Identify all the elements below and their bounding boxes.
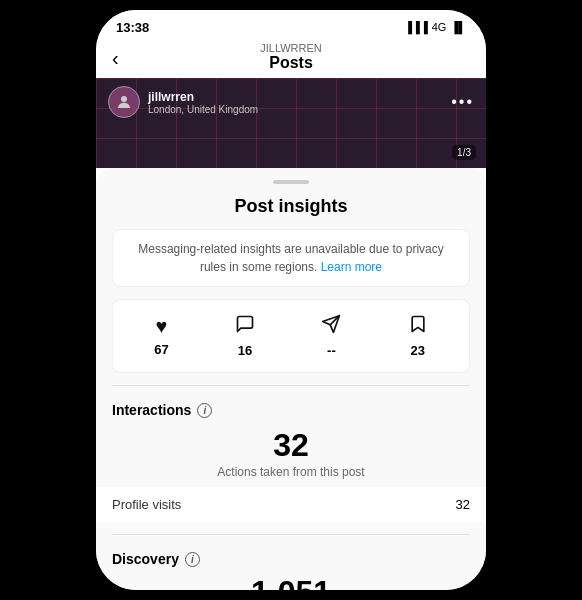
stat-comments: 16 (235, 314, 255, 358)
stats-row: ♥ 67 16 -- (112, 299, 470, 373)
privacy-text: Messaging-related insights are unavailab… (138, 242, 444, 274)
privacy-notice: Messaging-related insights are unavailab… (112, 229, 470, 287)
nav-header: ‹ JILLWRREN Posts (96, 38, 486, 78)
comments-value: 16 (238, 343, 252, 358)
profile-visits-label: Profile visits (112, 497, 181, 512)
interactions-sublabel: Actions taken from this post (112, 465, 470, 479)
saves-icon (408, 314, 428, 339)
sep-1 (112, 385, 470, 386)
post-username: jillwrren (148, 90, 258, 104)
sep-2 (112, 534, 470, 535)
comments-icon (235, 314, 255, 339)
learn-more-link[interactable]: Learn more (321, 260, 382, 274)
stat-saves: 23 (408, 314, 428, 358)
phone-frame: 13:38 ▐▐▐ 4G ▐▌ ‹ JILLWRREN Posts jill (96, 10, 486, 590)
post-header: jillwrren London, United Kingdom ••• (108, 86, 474, 118)
interactions-label: Interactions (112, 402, 191, 418)
profile-visits-row: Profile visits 32 (96, 487, 486, 522)
post-location: London, United Kingdom (148, 104, 258, 115)
svg-point-0 (121, 96, 127, 102)
insights-title: Post insights (96, 196, 486, 217)
discovery-block: 1,051 Accounts reached 14% weren't follo… (96, 567, 486, 590)
signal-icon: ▐▐▐ (404, 21, 427, 33)
interactions-info-icon[interactable]: i (197, 403, 212, 418)
likes-icon: ♥ (155, 315, 167, 338)
profile-visits-value: 32 (456, 497, 470, 512)
stat-shares: -- (321, 314, 341, 358)
back-button[interactable]: ‹ (112, 47, 119, 70)
interactions-stat-block: 32 Actions taken from this post (96, 418, 486, 483)
interactions-number: 32 (112, 428, 470, 463)
post-more-button[interactable]: ••• (451, 93, 474, 111)
discovery-info-icon[interactable]: i (185, 552, 200, 567)
stat-likes: ♥ 67 (154, 315, 168, 357)
status-time: 13:38 (116, 20, 149, 35)
post-user-info: jillwrren London, United Kingdom (108, 86, 258, 118)
avatar (108, 86, 140, 118)
share-icon (321, 314, 341, 339)
sheet-handle (273, 180, 309, 184)
post-user-text: jillwrren London, United Kingdom (148, 90, 258, 115)
status-bar: 13:38 ▐▐▐ 4G ▐▌ (96, 10, 486, 38)
discovery-label: Discovery (112, 551, 179, 567)
nav-username: JILLWRREN (260, 42, 322, 54)
discovery-header: Discovery i (96, 547, 486, 567)
post-preview: jillwrren London, United Kingdom ••• 1/3 (96, 78, 486, 168)
nav-title: Posts (269, 54, 313, 72)
shares-value: -- (327, 343, 336, 358)
interactions-header: Interactions i (96, 398, 486, 418)
saves-value: 23 (411, 343, 425, 358)
post-counter: 1/3 (452, 145, 476, 160)
accounts-reached-number: 1,051 (112, 575, 470, 590)
status-icons: ▐▐▐ 4G ▐▌ (404, 21, 466, 33)
network-icon: 4G (432, 21, 447, 33)
insights-sheet: Post insights Messaging-related insights… (96, 168, 486, 590)
battery-icon: ▐▌ (450, 21, 466, 33)
likes-value: 67 (154, 342, 168, 357)
